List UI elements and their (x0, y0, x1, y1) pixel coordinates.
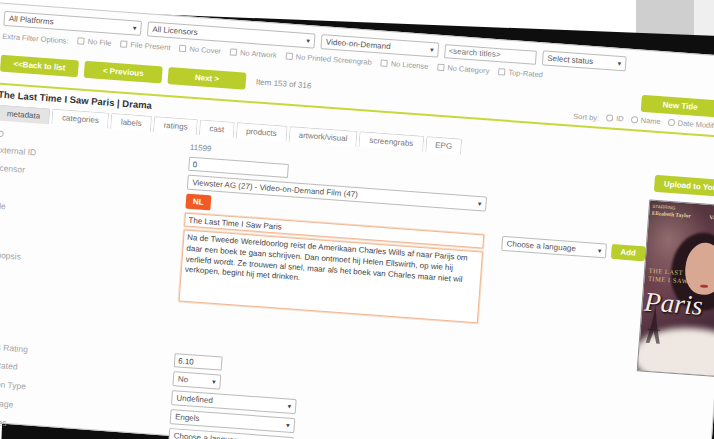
metadata-form: ID 11599 External ID Licensor Viewster A… (0, 120, 651, 439)
top-rated-select[interactable]: No ▾ (172, 371, 221, 389)
chevron-down-icon: ▾ (478, 200, 482, 208)
checkbox-no-license[interactable]: No License (381, 59, 429, 71)
poster-starring-right: STARRING Van Johnson (693, 207, 714, 223)
checkbox-no-artwork[interactable]: No Artwork (230, 47, 277, 59)
checkbox-label: Top-Rated (508, 68, 543, 80)
new-title-button[interactable]: New Title (641, 95, 714, 118)
licensor-filter-value: All Licensors (152, 25, 198, 37)
checkbox-no-cover[interactable]: No Cover (179, 44, 221, 56)
radio-label: ID (616, 114, 624, 124)
checkbox-no-file[interactable]: No File (77, 36, 111, 47)
status-select[interactable]: Select status ▾ (542, 50, 627, 71)
search-input[interactable] (444, 44, 537, 65)
checkbox-icon (78, 37, 85, 44)
checkbox-label: No Cover (189, 44, 221, 55)
checkbox-label: No Printed Screengrab (295, 52, 372, 67)
sort-radio-date-modified[interactable]: Date Modified (667, 118, 714, 131)
checkbox-top-rated[interactable]: Top-Rated (498, 67, 543, 79)
platform-select-value: All Platforms (8, 14, 53, 26)
checkbox-no-category[interactable]: No Category (437, 63, 490, 76)
chevron-down-icon: ▾ (212, 378, 216, 386)
id-value: 11599 (190, 141, 212, 154)
checkbox-icon (120, 40, 127, 47)
checkbox-label: No License (391, 59, 429, 71)
checkbox-label: No Category (447, 63, 490, 75)
chevron-down-icon: ▾ (598, 246, 602, 254)
extra-filter-label: Extra Filter Options: (2, 32, 69, 46)
app-page: All Platforms ▾ All Licensors ▾ Video-on… (0, 2, 714, 439)
poster-title-small: THE LAST TIME I SAW (648, 267, 701, 287)
checkbox-label: No File (87, 37, 111, 48)
movie-poster: STARRING Elizabeth Taylor STARRING Van J… (636, 199, 714, 378)
chevron-down-icon: ▾ (306, 37, 310, 45)
chevron-down-icon: ▾ (617, 59, 621, 67)
radio-icon (606, 114, 613, 121)
sort-radio-id[interactable]: ID (606, 113, 624, 123)
subtitles-value: Choose a language (173, 431, 243, 439)
status-select-value: Select status (547, 54, 593, 66)
sort-by-label: Sort by: (573, 112, 599, 123)
checkbox-icon (437, 64, 444, 71)
channel-select[interactable]: Video-on-Demand ▾ (320, 34, 439, 58)
checkbox-icon (498, 68, 505, 75)
poster-title-big: Paris (643, 286, 704, 321)
radio-label: Date Modified (677, 118, 714, 130)
language-value: Engels (175, 412, 200, 423)
item-position-text: Item 153 of 316 (256, 77, 312, 90)
title-language-value: Choose a language (506, 239, 576, 253)
checkbox-label: File Present (130, 40, 171, 52)
checkbox-file-present[interactable]: File Present (120, 39, 171, 52)
next-button[interactable]: Next > (167, 67, 246, 90)
chevron-down-icon: ▾ (286, 421, 290, 429)
back-to-list-button[interactable]: <<Back to list (0, 55, 79, 78)
sort-radio-name[interactable]: Name (630, 115, 661, 126)
main-content: ID 11599 External ID Licensor Viewster A… (0, 120, 714, 439)
checkbox-no-printed-screengrab[interactable]: No Printed Screengrab (285, 52, 372, 67)
checkbox-icon (381, 60, 388, 67)
nl-language-button[interactable]: NL (185, 194, 211, 211)
upload-to-youtube-button[interactable]: Upload to YouTube (653, 175, 714, 199)
channel-select-value: Video-on-Demand (326, 37, 391, 51)
add-title-language-button[interactable]: Add (611, 244, 646, 261)
imdb-rating-field[interactable] (174, 353, 223, 370)
poster-starring-left: STARRING Elizabeth Taylor (652, 204, 699, 220)
version-type-value: Undefined (176, 393, 213, 405)
chevron-down-icon: ▾ (430, 46, 434, 54)
chevron-down-icon: ▾ (133, 24, 137, 32)
checkbox-icon (179, 45, 186, 52)
chevron-down-icon: ▾ (287, 402, 291, 410)
radio-icon (630, 116, 637, 123)
radio-icon (667, 119, 674, 126)
radio-label: Name (640, 116, 661, 126)
checkbox-label: No Artwork (240, 48, 277, 60)
checkbox-icon (230, 48, 237, 55)
top-rated-value: No (178, 374, 189, 384)
checkbox-icon (285, 53, 292, 60)
previous-button[interactable]: < Previous (84, 61, 163, 84)
